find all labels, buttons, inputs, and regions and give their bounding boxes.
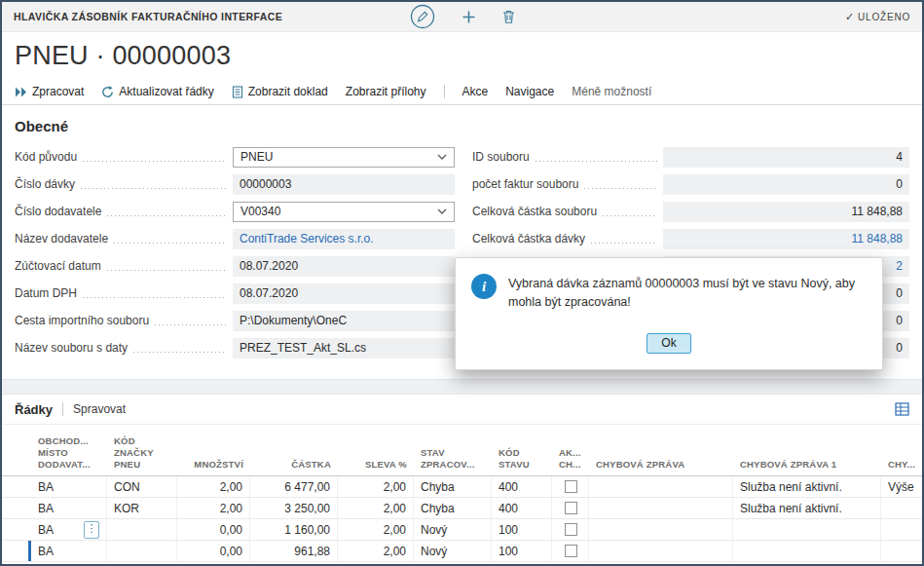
column-mnozstvi[interactable]: MNOŽSTVÍ <box>177 456 250 475</box>
zuctovaci-datum-field[interactable]: 08.07.2020 <box>233 256 455 277</box>
kod-puvodu-select[interactable]: PNEU <box>233 147 455 168</box>
vendor-link[interactable]: ContiTrade Services s.r.o. <box>240 232 374 245</box>
cell-chybova-zprava[interactable] <box>589 519 733 540</box>
celkova-castka-souboru-field[interactable]: 11 848,88 <box>663 202 909 222</box>
cell-chybova-zprava[interactable] <box>589 498 733 518</box>
cell-kod-stavu[interactable]: 400 <box>492 498 552 518</box>
column-chybova-zprava-1[interactable]: CHYBOVÁ ZPRÁVA 1 <box>733 456 881 475</box>
row-selector-cell[interactable] <box>2 476 31 497</box>
row-context-menu-button[interactable]: ⋮ <box>84 521 99 539</box>
cell-kod-znacky[interactable]: CON <box>107 476 177 497</box>
dotted-leader <box>81 188 227 189</box>
celkova-castka-davky-field[interactable]: 11 848,88 <box>663 229 909 249</box>
cell-sleva[interactable]: 2,00 <box>338 476 414 497</box>
cell-sleva[interactable]: 2,00 <box>338 519 414 540</box>
cell-mnozstvi[interactable]: 2,00 <box>177 476 250 497</box>
action-aktualizovat-radky[interactable]: Aktualizovat řádky <box>101 85 213 98</box>
column-kod-znacky-pneu[interactable]: KÓD ZNAČKY PNEU <box>107 433 177 475</box>
cell-stav-zpracovani[interactable]: Nový <box>414 519 492 540</box>
pocet-faktur-souboru-field[interactable]: 0 <box>663 174 909 195</box>
cell-chybova-zprava-1[interactable]: Služba není aktivní. <box>733 498 881 518</box>
cell-kod-znacky[interactable] <box>107 541 177 561</box>
cell-sleva[interactable]: 2,00 <box>338 498 414 518</box>
cell-chy[interactable] <box>881 519 922 540</box>
id-souboru-field[interactable]: 4 <box>663 147 909 168</box>
column-obchodni-misto[interactable]: OBCHOD... MÍSTO DODAVAT... <box>31 433 107 475</box>
checkbox[interactable] <box>565 480 577 493</box>
open-in-excel-button[interactable] <box>895 402 909 416</box>
cell-kod-stavu[interactable]: 400 <box>492 476 552 497</box>
action-zpracovat[interactable]: Zpracovat <box>15 85 84 98</box>
cell-kod-stavu[interactable]: 100 <box>492 541 552 561</box>
checkbox[interactable] <box>565 502 577 514</box>
datum-dph-field[interactable]: 08.07.2020 <box>233 283 455 304</box>
cell-obchodni-misto[interactable]: BA ⋮ <box>31 519 107 540</box>
cell-chybova-zprava-1[interactable] <box>733 541 881 561</box>
ok-button[interactable]: Ok <box>647 333 691 354</box>
cell-chybova-zprava[interactable] <box>589 476 733 497</box>
action-label: Akce <box>462 85 489 98</box>
cesta-importniho-souboru-field[interactable]: P:\Dokumenty\OneC <box>233 311 455 331</box>
cell-castka[interactable]: 6 477,00 <box>250 476 338 497</box>
cell-chy[interactable] <box>881 541 922 561</box>
cell-castka[interactable]: 961,88 <box>250 541 338 561</box>
cell-mnozstvi[interactable]: 0,00 <box>177 519 250 540</box>
cell-chybova-zprava[interactable] <box>589 541 733 561</box>
cell-mnozstvi[interactable]: 2,00 <box>177 498 250 518</box>
cell-ak-ch <box>552 498 589 518</box>
action-zobrazit-doklad[interactable]: Zobrazit doklad <box>232 85 328 98</box>
breadcrumb[interactable]: HLAVIČKA ZÁSOBNÍK FAKTURAČNÍHO INTERFACE <box>14 11 282 22</box>
cell-castka[interactable]: 3 250,00 <box>250 498 338 518</box>
nazev-dodavatele-field[interactable]: ContiTrade Services s.r.o. <box>233 229 455 249</box>
row-selector-cell[interactable] <box>2 519 31 540</box>
action-akce[interactable]: Akce <box>462 85 489 98</box>
nazev-souboru-s-daty-field[interactable]: PREZ_TEST_Akt_SL.cs <box>233 338 455 358</box>
column-castka[interactable]: ČÁSTKA <box>250 456 338 475</box>
row-selector-cell[interactable] <box>2 498 31 518</box>
cell-kod-znacky[interactable] <box>107 519 177 540</box>
cell-castka[interactable]: 1 160,00 <box>250 519 338 540</box>
edit-toggle-button[interactable] <box>409 3 436 30</box>
new-record-button[interactable] <box>462 10 476 24</box>
row-selector-cell[interactable] <box>2 541 31 561</box>
action-mene-moznosti[interactable]: Méně možností <box>572 85 651 98</box>
cislo-davky-field[interactable]: 00000003 <box>233 174 455 195</box>
cell-chy[interactable] <box>881 498 922 518</box>
column-chybova-zprava[interactable]: CHYBOVÁ ZPRÁVA <box>589 456 733 475</box>
cell-mnozstvi[interactable]: 0,00 <box>177 541 250 561</box>
cell-kod-stavu[interactable]: 100 <box>492 519 552 540</box>
cell-chybova-zprava-1[interactable] <box>733 519 881 540</box>
dotted-leader <box>536 161 657 162</box>
cislo-dodavatele-select[interactable]: V00340 <box>233 202 455 222</box>
cell-stav-zpracovani[interactable]: Chyba <box>414 476 492 497</box>
cell-stav-zpracovani[interactable]: Chyba <box>414 498 492 518</box>
section-title-obecne[interactable]: Obecné <box>15 105 909 143</box>
action-zobrazit-prilohy[interactable]: Zobrazit přílohy <box>346 85 426 98</box>
table-row[interactable]: BA KOR 2,00 3 250,00 2,00 Chyba 400 Služ… <box>2 498 922 519</box>
checkbox[interactable] <box>565 523 577 536</box>
lines-manage-menu[interactable]: Spravovat <box>73 402 126 416</box>
column-chy[interactable]: CHY... <box>881 456 922 475</box>
column-ak-ch[interactable]: AK... CH... <box>552 444 589 475</box>
cell-obchodni-misto[interactable]: BA <box>31 541 107 561</box>
cell-chy[interactable]: Výše <box>881 476 922 497</box>
cell-obchodni-misto[interactable]: BA <box>31 476 107 497</box>
checkbox[interactable] <box>565 545 577 557</box>
delete-record-button[interactable] <box>501 9 516 24</box>
drilldown-link[interactable]: 11 848,88 <box>852 232 904 245</box>
cell-stav-zpracovani[interactable]: Nový <box>414 541 492 561</box>
cell-chybova-zprava-1[interactable]: Služba není aktivní. <box>733 476 881 497</box>
table-row[interactable]: BA CON 2,00 6 477,00 2,00 Chyba 400 Služ… <box>2 476 922 498</box>
dotted-leader <box>603 215 657 216</box>
action-navigace[interactable]: Navigace <box>505 85 554 98</box>
table-row[interactable]: BA ⋮ 0,00 1 160,00 2,00 Nový 100 <box>2 519 922 541</box>
lines-title[interactable]: Řádky <box>15 402 53 417</box>
table-row-active[interactable]: BA 0,00 961,88 2,00 Nový 100 <box>2 541 922 562</box>
column-sleva[interactable]: SLEVA % <box>338 456 414 475</box>
cell-obchodni-misto[interactable]: BA <box>31 498 107 518</box>
drilldown-link[interactable]: 2 <box>896 259 903 273</box>
cell-sleva[interactable]: 2,00 <box>338 541 414 561</box>
column-stav-zpracovani[interactable]: STAV ZPRACOV... <box>414 444 492 475</box>
column-kod-stavu[interactable]: KÓD STAVU <box>492 444 552 475</box>
cell-kod-znacky[interactable]: KOR <box>107 498 177 518</box>
